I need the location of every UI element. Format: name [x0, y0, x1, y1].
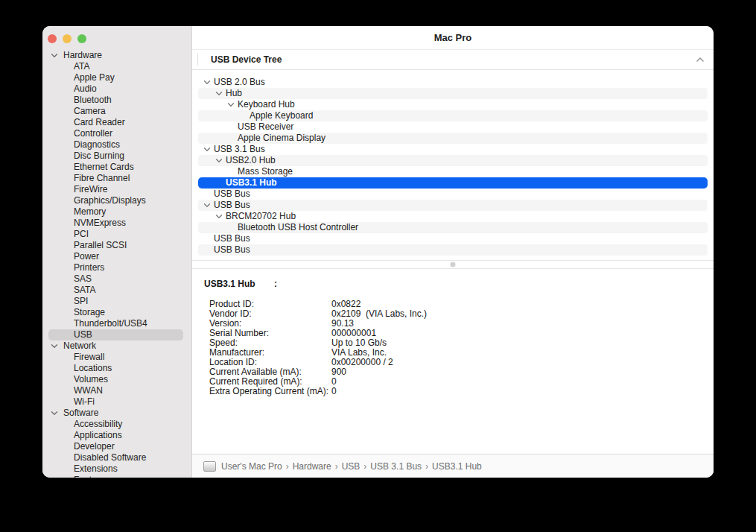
sidebar-item-locations[interactable]: Locations — [42, 363, 191, 374]
tree-row-label: Hub — [198, 88, 708, 99]
tree-row-keyboard-hub[interactable]: Keyboard Hub — [198, 99, 708, 110]
chevron-down-icon[interactable] — [227, 102, 235, 107]
tree-row-label: USB Receiver — [198, 121, 708, 133]
tree-row-label: USB3.1 Hub — [198, 177, 708, 189]
tree-row-mass-storage[interactable]: Mass Storage — [198, 166, 708, 177]
breadcrumb-separator: › — [335, 461, 338, 472]
sidebar-item-accessibility[interactable]: Accessibility — [42, 419, 191, 430]
chevron-up-icon — [696, 57, 705, 63]
sidebar-item-disabled-software[interactable]: Disabled Software — [42, 452, 191, 463]
detail-field-manufacturer: Manufacturer:VIA Labs, Inc. — [192, 348, 714, 358]
tree-row-label: Apple Keyboard — [198, 110, 708, 121]
tree-row-label: USB Bus — [198, 189, 708, 200]
sidebar-item-developer[interactable]: Developer — [42, 441, 191, 452]
chevron-down-icon[interactable] — [203, 80, 211, 85]
system-information-window: HardwareATAApple PayAudioBluetoothCamera… — [42, 26, 714, 478]
breadcrumb-segment-usb3-1-hub[interactable]: USB3.1 Hub — [432, 461, 482, 472]
sidebar-group-network[interactable]: Network — [42, 341, 191, 352]
tree-row-brcm20702-hub[interactable]: BRCM20702 Hub — [198, 211, 708, 222]
detail-field-vendor-id: Vendor ID:0x2109 (VIA Labs, Inc.) — [192, 309, 714, 319]
sidebar-item-diagnostics[interactable]: Diagnostics — [42, 139, 191, 151]
sidebar-item-thunderbolt-usb4[interactable]: Thunderbolt/USB4 — [42, 318, 191, 329]
sidebar-item-parallel-scsi[interactable]: Parallel SCSI — [42, 240, 191, 251]
title-bar[interactable]: Mac Pro — [192, 26, 714, 49]
breadcrumb-segment-user-s-mac-pro[interactable]: User's Mac Pro — [221, 461, 282, 472]
sidebar-item-extensions[interactable]: Extensions — [42, 463, 191, 475]
sidebar-item-printers[interactable]: Printers — [42, 262, 191, 273]
sidebar-item-volumes[interactable]: Volumes — [42, 374, 191, 385]
tree-row-usb-receiver[interactable]: USB Receiver — [198, 121, 708, 133]
sidebar-item-nvmexpress[interactable]: NVMExpress — [42, 218, 191, 229]
tree-row-bluetooth-usb-host-controller[interactable]: Bluetooth USB Host Controller — [198, 222, 708, 233]
sidebar-item-disc-burning[interactable]: Disc Burning — [42, 151, 191, 162]
detail-field-product-id: Product ID:0x0822 — [192, 300, 714, 309]
tree-row-hub[interactable]: Hub — [198, 88, 708, 99]
chevron-down-icon[interactable] — [51, 53, 58, 58]
split-divider[interactable] — [192, 260, 714, 269]
sidebar-item-memory[interactable]: Memory — [42, 206, 191, 218]
chevron-down-icon[interactable] — [51, 411, 58, 416]
tree-row-usb-bus[interactable]: USB Bus — [198, 244, 708, 256]
sidebar-item-power[interactable]: Power — [42, 251, 191, 262]
sidebar-item-ethernet-cards[interactable]: Ethernet Cards — [42, 162, 191, 173]
drag-handle-icon — [451, 262, 456, 267]
tree-row-apple-keyboard[interactable]: Apple Keyboard — [198, 110, 708, 121]
tree-row-usb-bus[interactable]: USB Bus — [198, 200, 708, 211]
tree-row-usb3-1-hub[interactable]: USB3.1 Hub — [198, 177, 708, 189]
sidebar-item-audio[interactable]: Audio — [42, 83, 191, 95]
field-value: 0 — [331, 387, 337, 396]
detail-field-serial-number: Serial Number:000000001 — [192, 329, 714, 338]
tree-row-usb-bus[interactable]: USB Bus — [198, 189, 708, 200]
tree-section-title: USB Device Tree — [211, 54, 282, 65]
window-controls — [42, 26, 191, 43]
tree-section-header: USB Device Tree — [192, 49, 714, 70]
tree-row-usb2-0-hub[interactable]: USB2.0 Hub — [198, 155, 708, 166]
breadcrumb-segment-usb-3-1-bus[interactable]: USB 3.1 Bus — [370, 461, 422, 472]
chevron-down-icon[interactable] — [215, 91, 223, 96]
sidebar-item-ata[interactable]: ATA — [42, 61, 191, 72]
breadcrumb-segment-usb[interactable]: USB — [342, 461, 360, 472]
tree-row-usb-3-1-bus[interactable]: USB 3.1 Bus — [198, 144, 708, 155]
sidebar-item-applications[interactable]: Applications — [42, 430, 191, 441]
close-button[interactable] — [48, 34, 57, 43]
tree-row-usb-bus[interactable]: USB Bus — [198, 233, 708, 244]
sidebar-group-software[interactable]: Software — [42, 408, 191, 419]
chevron-down-icon[interactable] — [203, 147, 211, 152]
collapse-section-button[interactable] — [696, 50, 705, 69]
tree-row-usb-2-0-bus[interactable]: USB 2.0 Bus — [198, 77, 708, 88]
sidebar-item-firewall[interactable]: Firewall — [42, 352, 191, 363]
sidebar-list: HardwareATAApple PayAudioBluetoothCamera… — [42, 43, 191, 478]
tree-row-apple-cinema-display[interactable]: Apple Cinema Display — [198, 133, 708, 144]
breadcrumb-segment-hardware[interactable]: Hardware — [293, 461, 331, 472]
sidebar-item-bluetooth[interactable]: Bluetooth — [42, 95, 191, 106]
sidebar-item-camera[interactable]: Camera — [42, 106, 191, 117]
chevron-down-icon[interactable] — [203, 203, 211, 208]
sidebar-item-controller[interactable]: Controller — [42, 128, 191, 139]
sidebar-item-pci[interactable]: PCI — [42, 229, 191, 240]
chevron-down-icon[interactable] — [215, 214, 223, 219]
chevron-down-icon[interactable] — [215, 158, 223, 163]
zoom-button[interactable] — [77, 34, 86, 43]
sidebar-item-apple-pay[interactable]: Apple Pay — [42, 72, 191, 83]
sidebar-item-firewire[interactable]: FireWire — [42, 184, 191, 195]
sidebar-item-graphics-displays[interactable]: Graphics/Displays — [42, 195, 191, 206]
window-title: Mac Pro — [434, 32, 472, 43]
usb-device-tree: USB 2.0 BusHubKeyboard HubApple Keyboard… — [192, 70, 714, 260]
sidebar-item-usb[interactable]: USB — [48, 329, 183, 341]
minimize-button[interactable] — [63, 34, 72, 43]
sidebar-item-fibre-channel[interactable]: Fibre Channel — [42, 173, 191, 184]
tree-row-label: USB 3.1 Bus — [198, 144, 708, 155]
sidebar-item-sata[interactable]: SATA — [42, 285, 191, 296]
field-label: Extra Operating Current (mA): — [209, 387, 331, 396]
sidebar: HardwareATAApple PayAudioBluetoothCamera… — [42, 26, 192, 478]
tree-row-label: USB Bus — [198, 244, 708, 256]
chevron-down-icon[interactable] — [51, 343, 58, 349]
sidebar-item-wi-fi[interactable]: Wi-Fi — [42, 396, 191, 408]
sidebar-group-hardware[interactable]: Hardware — [42, 50, 191, 61]
sidebar-item-storage[interactable]: Storage — [42, 307, 191, 318]
sidebar-item-spi[interactable]: SPI — [42, 296, 191, 307]
sidebar-item-wwan[interactable]: WWAN — [42, 385, 191, 396]
sidebar-item-card-reader[interactable]: Card Reader — [42, 117, 191, 128]
sidebar-item-fonts[interactable]: Fonts — [42, 475, 191, 478]
sidebar-item-sas[interactable]: SAS — [42, 273, 191, 285]
